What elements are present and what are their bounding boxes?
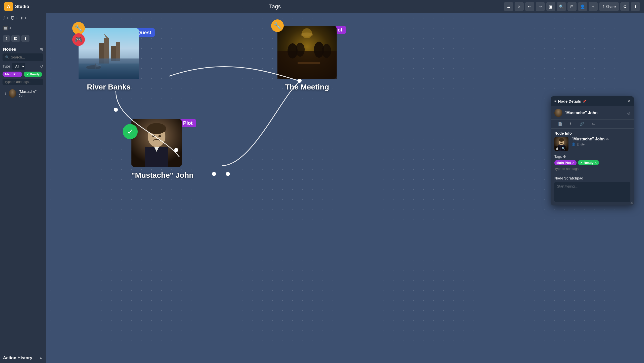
avatar-delete-button[interactable]: 🗑: [555, 146, 560, 150]
search-button[interactable]: 🔍: [557, 2, 566, 11]
cursor-mode-button[interactable]: ✕: [515, 2, 524, 11]
conn-dot: [114, 108, 118, 112]
panel-tag-ready: ✓ Ready ✕: [578, 160, 599, 165]
share-button[interactable]: ⤴ Share: [599, 2, 619, 11]
tab-links[interactable]: 🔗: [576, 120, 587, 128]
list-item[interactable]: 1 "Mustache" John: [2, 87, 44, 100]
undo-button[interactable]: ↩: [525, 2, 534, 11]
share-sidebar-button[interactable]: ⤴ +: [3, 16, 9, 20]
panel-section-title: Node Info: [551, 129, 634, 137]
panel-close-button[interactable]: ✕: [627, 99, 630, 104]
share-icon-button[interactable]: ⤴: [3, 35, 10, 42]
tab-tags[interactable]: 🏷: [588, 120, 599, 128]
image-sidebar-button[interactable]: 🖼 +: [11, 16, 18, 20]
conn-dot: [212, 172, 216, 176]
grid-button[interactable]: ⊞: [567, 2, 577, 11]
action-history-label: Action History: [3, 355, 32, 360]
canvas-node-river-banks[interactable]: 🔧 🎮 📋 Side Quest: [79, 28, 139, 91]
svg-rect-2: [104, 38, 109, 64]
canvas[interactable]: 🔧 🎮 📋 Side Quest: [46, 13, 644, 363]
svg-rect-5: [116, 42, 120, 61]
panel-entity-avatar: [554, 109, 562, 117]
action-history[interactable]: Action History ▲: [0, 353, 46, 363]
remove-ready-tag[interactable]: ✕: [594, 161, 597, 165]
resize-handle[interactable]: ⇲: [630, 201, 633, 204]
node-list: 1 "Mustache" John: [0, 87, 46, 353]
svg-point-28: [559, 138, 564, 142]
sidebar-tags-input[interactable]: [3, 79, 43, 85]
filter-row: Type All ↺: [0, 63, 46, 72]
tab-info[interactable]: ℹ: [567, 120, 575, 128]
svg-point-16: [158, 135, 161, 137]
search-icon: 🔍: [5, 55, 9, 59]
panel-tags-list: Main Plot ✕ ✓ Ready ✕: [551, 160, 634, 174]
upload-sidebar-button[interactable]: ⬆ +: [20, 16, 27, 20]
conn-dot: [226, 172, 230, 176]
settings-button[interactable]: ⚙: [620, 2, 629, 11]
node-name: "Mustache" John: [19, 89, 41, 98]
canvas-node-mustache-john[interactable]: ✓ Main Plot: [131, 119, 194, 179]
panel-entity-header: "Mustache" John ⊕: [551, 106, 634, 120]
svg-point-7: [86, 65, 101, 69]
scratchpad-area[interactable]: Start typing...: [554, 182, 630, 202]
tool-icon-orange[interactable]: 🔧: [72, 22, 85, 35]
meeting-tool-icon[interactable]: 🔧: [271, 19, 284, 32]
topbar-title: Tags: [46, 3, 504, 10]
logo-area: A Studio: [0, 2, 46, 11]
filter-type-select[interactable]: All: [12, 63, 25, 70]
river-banks-label: River Banks: [79, 83, 139, 91]
image-icon-button[interactable]: 🖼: [11, 35, 20, 42]
panel-entity-name: "Mustache" John: [564, 111, 598, 115]
remove-main-plot-tag[interactable]: ✕: [572, 161, 575, 165]
node-details-panel: ≡ Node Details 📌 ✕ "Mustache" John ⊕ 📄 ℹ: [551, 96, 634, 205]
redo-button[interactable]: ↪: [536, 2, 545, 11]
svg-point-20: [301, 33, 313, 37]
nodes-expand-button[interactable]: ⊞: [40, 47, 43, 52]
panel-node-name-area: "Mustache" John ✏ 👤 Entity: [571, 137, 630, 146]
doc-icon: 📄: [558, 122, 562, 126]
filter-reset-button[interactable]: ↺: [40, 64, 43, 69]
action-history-chevron-icon: ▲: [39, 356, 43, 360]
the-meeting-image: [277, 26, 337, 79]
layers-button[interactable]: ▣: [546, 2, 555, 11]
avatar-search-button[interactable]: 🔍: [561, 146, 566, 150]
sidebar-tag-ready[interactable]: ✓ Ready: [24, 72, 42, 77]
panel-title: ≡ Node Details 📌: [554, 99, 586, 103]
svg-point-24: [322, 44, 331, 58]
sidebar-tag-main-plot[interactable]: Main Plot: [3, 72, 22, 77]
sidebar-toolbar-2: 🔲 +: [0, 23, 46, 33]
conn-dot: [174, 148, 178, 152]
link-icon: 🔗: [580, 122, 584, 126]
panel-pin-icon: 📌: [583, 100, 586, 103]
info-button[interactable]: ℹ: [631, 2, 640, 11]
sidebar-toolbar-1: ⤴ + 🖼 + ⬆ +: [0, 13, 46, 23]
tags-icon: 🏷: [592, 122, 595, 126]
person-button[interactable]: 👤: [578, 2, 587, 11]
upload-icon-button[interactable]: ⬆: [21, 35, 29, 42]
filter-label: Type: [3, 64, 10, 68]
panel-entity-info: "Mustache" John: [554, 109, 598, 117]
node-num: 1: [5, 92, 6, 96]
svg-point-15: [152, 135, 155, 137]
cloud-button[interactable]: ☁: [504, 2, 513, 11]
tool-icon-red[interactable]: 🎮: [72, 33, 85, 46]
svg-rect-25: [298, 62, 320, 64]
panel-tags-input[interactable]: [554, 167, 597, 171]
logo-icon: A: [4, 2, 13, 11]
svg-point-22: [296, 43, 305, 57]
mustache-john-image: [131, 119, 182, 167]
entity-icon: 👤: [571, 142, 576, 146]
avatar-buttons: 🗑 🔍: [555, 146, 566, 150]
canvas-node-the-meeting[interactable]: 🔧 Main Plot: [277, 26, 337, 91]
sidebar: ⤴ + 🖼 + ⬆ + 🔲 + ⤴ 🖼 ⬆ Nodes ⊞ 🔍 ⊞ Type A…: [0, 13, 46, 363]
edit-name-button[interactable]: ✏: [606, 137, 609, 141]
panel-locate-button[interactable]: ⊕: [627, 111, 630, 115]
tab-doc[interactable]: 📄: [554, 120, 566, 128]
scratchpad-title: Node Scratchpad: [551, 174, 634, 182]
panel-node-info: 🗑 🔍 "Mustache" John ✏ 👤 Entity: [551, 137, 634, 155]
addnode-button[interactable]: ＋: [589, 2, 598, 11]
panel-tag-main-plot: Main Plot ✕: [554, 160, 577, 165]
node-add-button[interactable]: 🔲 +: [3, 26, 12, 31]
checkmark-icon: ✓: [123, 124, 138, 139]
nodes-header: Nodes ⊞: [0, 44, 46, 53]
